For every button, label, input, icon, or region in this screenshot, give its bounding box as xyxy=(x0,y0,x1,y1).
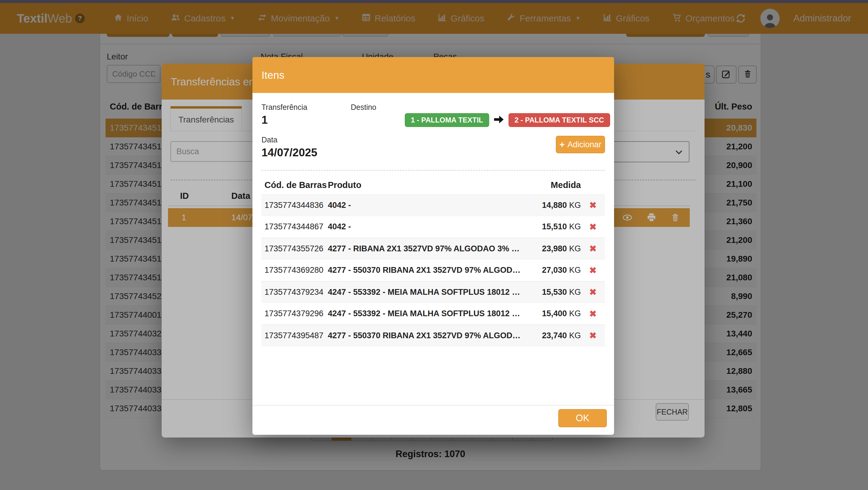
transfer-direction: 1 - PALLOMA TEXTIL 2 - PALLOMA TEXTIL SC… xyxy=(405,113,610,127)
item-produto-cell: 4042 - xyxy=(328,222,530,232)
destino-badge: 2 - PALLOMA TEXTIL SCC xyxy=(508,113,610,127)
item-row: 17357743692804277 - 550370 RIBANA 2X1 35… xyxy=(261,259,605,281)
item-medida-cell: 14,880 KG xyxy=(530,201,581,210)
itens-table-header: Cód. de Barras Produto Medida xyxy=(261,180,605,194)
item-produto-cell: 4247 - 553392 - MEIA MALHA SOFTPLUS 1801… xyxy=(328,287,530,297)
itens-modal-title: Itens xyxy=(261,69,284,81)
item-medida-cell: 15,400 KG xyxy=(530,309,581,318)
dashed-divider xyxy=(261,170,605,171)
item-row: 17357743448674042 -15,510 KG✖ xyxy=(261,216,605,238)
item-produto-cell: 4277 - 550370 RIBANA 2X1 3527VD 97% ALGO… xyxy=(328,266,530,275)
item-codigo-cell: 1735774379296 xyxy=(261,309,328,318)
adicionar-button[interactable]: + Adicionar xyxy=(556,136,605,153)
col-medida: Medida xyxy=(530,180,581,190)
remove-item-icon[interactable]: ✖ xyxy=(581,330,605,341)
remove-item-icon[interactable]: ✖ xyxy=(581,265,605,275)
data-value: 14/07/2025 xyxy=(261,146,317,159)
itens-table: Cód. de Barras Produto Medida 1735774344… xyxy=(261,180,605,346)
destino-label: Destino xyxy=(351,103,376,112)
app-root: TextilWeb ? Início Cadastros ▼ Movimenta… xyxy=(0,0,868,490)
itens-table-rows: 17357743448364042 -14,880 KG✖17357743448… xyxy=(261,194,605,346)
itens-modal: Itens Transferência Destino 1 1 - PALLOM… xyxy=(252,57,614,435)
item-produto-cell: 4277 - 550370 RIBANA 2X1 3527VD 97% ALGO… xyxy=(328,331,530,340)
remove-item-icon[interactable]: ✖ xyxy=(581,200,605,210)
item-codigo-cell: 1735774344836 xyxy=(261,201,328,210)
remove-item-icon[interactable]: ✖ xyxy=(581,222,605,232)
item-codigo-cell: 1735774369280 xyxy=(261,266,328,275)
item-row: 17357743792344247 - 553392 - MEIA MALHA … xyxy=(261,281,605,303)
itens-modal-header: Itens xyxy=(252,57,614,93)
arrow-right-icon xyxy=(493,115,504,125)
item-produto-cell: 4042 - xyxy=(328,201,530,210)
item-medida-cell: 15,510 KG xyxy=(530,222,581,232)
transferencia-value: 1 xyxy=(261,114,268,126)
data-label: Data xyxy=(261,135,277,144)
item-row: 17357743557264277 - RIBANA 2X1 3527VD 97… xyxy=(261,238,605,259)
item-codigo-cell: 1735774379234 xyxy=(261,287,328,297)
item-produto-cell: 4277 - RIBANA 2X1 3527VD 97% ALGODAO 3% … xyxy=(328,244,530,253)
adicionar-label: Adicionar xyxy=(567,140,601,149)
transferencia-label: Transferência xyxy=(261,103,307,112)
item-medida-cell: 23,740 KG xyxy=(530,331,581,340)
item-codigo-cell: 1735774355726 xyxy=(261,244,328,253)
item-row: 17357743448364042 -14,880 KG✖ xyxy=(261,194,605,216)
plus-icon: + xyxy=(559,140,565,150)
item-codigo-cell: 1735774344867 xyxy=(261,222,328,232)
remove-item-icon[interactable]: ✖ xyxy=(581,287,605,297)
modal-footer-border xyxy=(252,405,614,405)
remove-item-icon[interactable]: ✖ xyxy=(581,244,605,254)
item-row: 17357743792964247 - 553392 - MEIA MALHA … xyxy=(261,303,605,325)
item-row: 17357743954874277 - 550370 RIBANA 2X1 35… xyxy=(261,325,605,346)
col-produto: Produto xyxy=(328,180,530,190)
item-medida-cell: 27,030 KG xyxy=(530,266,581,275)
item-codigo-cell: 1735774395487 xyxy=(261,331,328,340)
col-codigo: Cód. de Barras xyxy=(261,180,328,190)
remove-item-icon[interactable]: ✖ xyxy=(581,309,605,319)
item-medida-cell: 15,530 KG xyxy=(530,287,581,297)
ok-label: OK xyxy=(576,413,589,424)
item-produto-cell: 4247 - 553392 - MEIA MALHA SOFTPLUS 1801… xyxy=(328,309,530,318)
origem-badge: 1 - PALLOMA TEXTIL xyxy=(405,113,489,127)
item-medida-cell: 23,980 KG xyxy=(530,244,581,253)
ok-button[interactable]: OK xyxy=(558,409,607,427)
